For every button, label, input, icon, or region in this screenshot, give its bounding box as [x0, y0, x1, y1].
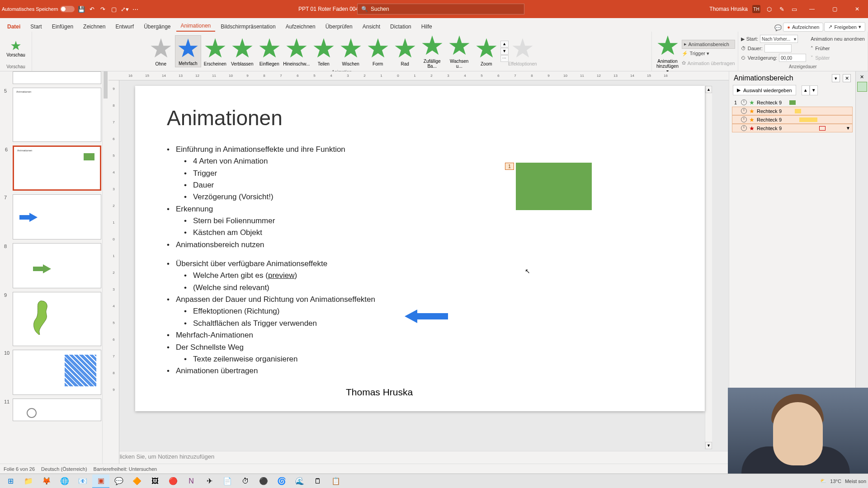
thumb-8[interactable]: 8: [13, 243, 101, 288]
tab-file[interactable]: Datei: [3, 22, 25, 32]
thumb-11[interactable]: 11: [13, 399, 101, 421]
anim-split[interactable]: Teilen: [311, 35, 337, 67]
vlc-icon[interactable]: 🔶: [128, 474, 146, 488]
tab-animations[interactable]: Animationen: [176, 21, 216, 32]
thumb-scrollbar[interactable]: [102, 71, 108, 464]
thumb-6[interactable]: 6Animationen: [13, 145, 101, 191]
move-up-icon[interactable]: ▲: [802, 85, 810, 95]
tab-dictation[interactable]: Dictation: [386, 22, 416, 32]
weather-icon[interactable]: ⛅: [820, 478, 826, 484]
play-selection-button[interactable]: ▶ Auswahl wiedergeben: [733, 85, 796, 95]
cloud-icon[interactable]: ⬡: [765, 5, 773, 13]
thumb-9[interactable]: 9: [13, 292, 101, 346]
record-button[interactable]: ●Aufzeichnen: [783, 23, 823, 32]
autosave-toggle[interactable]: Automatisches Speichern: [2, 6, 75, 12]
anim-item-2[interactable]: Rechteck 9: [732, 107, 853, 115]
tab-view[interactable]: Ansicht: [358, 22, 385, 32]
anim-floatin[interactable]: Hineinschw...: [283, 35, 310, 67]
toggle-switch[interactable]: [60, 6, 75, 12]
tab-review[interactable]: Überprüfen: [321, 22, 357, 32]
tab-design[interactable]: Entwurf: [111, 22, 138, 32]
pane-dropdown-icon[interactable]: ▾: [832, 74, 840, 82]
telegram-icon[interactable]: ✈: [201, 474, 218, 488]
onenote-icon[interactable]: N: [183, 474, 200, 488]
item-dropdown-icon[interactable]: ▼: [846, 126, 850, 131]
undo-icon[interactable]: ↶: [88, 5, 96, 13]
preview-button[interactable]: Vorschau: [3, 39, 29, 58]
thumb-partial[interactable]: [13, 71, 101, 84]
qat-more-icon[interactable]: ⋯: [132, 5, 140, 13]
anim-flyin[interactable]: Einfliegen: [256, 35, 283, 67]
window-icon[interactable]: ▭: [790, 5, 798, 13]
delay-input[interactable]: 00,00: [779, 54, 806, 62]
app-icon[interactable]: 🗒: [309, 474, 326, 488]
username-label[interactable]: Thomas Hruska: [709, 6, 748, 12]
slide-counter[interactable]: Folie 6 von 26: [4, 466, 35, 472]
start-dropdown[interactable]: Nach Vorher...▾: [760, 35, 798, 43]
notes-placeholder[interactable]: Klicken Sie, um Notizen hinzuzufügen: [108, 451, 729, 464]
anim-multiple[interactable]: Mehrfach: [175, 35, 201, 67]
canvas-vscroll[interactable]: ▲▼: [705, 86, 712, 449]
touch-icon[interactable]: ⤢▾: [121, 5, 129, 13]
pane-close-icon[interactable]: ✕: [843, 74, 851, 82]
app-icon[interactable]: 📄: [219, 474, 236, 488]
anim-zoom[interactable]: Zoom: [473, 35, 500, 67]
tab-transitions[interactable]: Übergänge: [139, 22, 175, 32]
close-button[interactable]: ✕: [848, 0, 866, 18]
anim-fade[interactable]: Verblassen: [229, 35, 255, 67]
side-tab-close-icon[interactable]: ✕: [860, 74, 864, 80]
pen-icon[interactable]: ✎: [778, 5, 786, 13]
app-icon[interactable]: ⏱: [237, 474, 254, 488]
move-earlier-button[interactable]: ˄ Früher: [811, 44, 865, 53]
edge-icon[interactable]: 🌊: [291, 474, 308, 488]
anim-wipe[interactable]: Wischen: [338, 35, 364, 67]
search-input[interactable]: 🔍 Suchen: [357, 4, 524, 14]
anim-shape[interactable]: Form: [365, 35, 391, 67]
tab-record[interactable]: Aufzeichnen: [281, 22, 320, 32]
user-avatar[interactable]: TH: [752, 5, 760, 13]
save-icon[interactable]: 💾: [77, 5, 85, 13]
thumb-10[interactable]: 10: [13, 350, 101, 395]
tab-start[interactable]: Start: [26, 22, 46, 32]
anim-randombars[interactable]: Zufällige Ba...: [419, 33, 445, 70]
start-menu-icon[interactable]: ⊞: [2, 474, 19, 488]
anim-item-3[interactable]: Rechteck 9: [732, 115, 853, 124]
tab-slideshow[interactable]: Bildschirmpräsentation: [216, 22, 280, 32]
explorer-icon[interactable]: 📁: [20, 474, 37, 488]
outlook-icon[interactable]: 📧: [74, 474, 91, 488]
trigger-button[interactable]: ⚡ Trigger ▾: [682, 49, 735, 58]
language-label[interactable]: Deutsch (Österreich): [41, 466, 87, 472]
blue-arrow-shape[interactable]: [405, 310, 448, 323]
comments-icon[interactable]: 💬: [774, 23, 782, 32]
green-rectangle-shape[interactable]: [516, 163, 592, 210]
app-icon[interactable]: 📋: [327, 474, 344, 488]
accessibility-label[interactable]: Barrierefreiheit: Untersuchen: [94, 466, 157, 472]
animation-number-tag[interactable]: 1: [505, 163, 514, 170]
anim-none[interactable]: Ohne: [148, 35, 174, 67]
gallery-scroll[interactable]: ▲▼⋯: [500, 41, 509, 62]
anim-item-1[interactable]: 1Rechteck 9: [732, 98, 853, 107]
tab-help[interactable]: Hilfe: [417, 22, 437, 32]
slide[interactable]: Animationen Einführung in Animationseffe…: [135, 86, 705, 411]
app-icon[interactable]: 💬: [110, 474, 127, 488]
minimize-button[interactable]: —: [803, 0, 821, 18]
redo-icon[interactable]: ↷: [99, 5, 107, 13]
side-tab-animpane[interactable]: [857, 82, 867, 92]
add-animation-button[interactable]: Animation hinzufügen ▾: [655, 33, 681, 75]
obs-icon[interactable]: ⚫: [255, 474, 272, 488]
animation-pane-button[interactable]: ▸ Animationsbereich: [682, 40, 735, 49]
maximize-button[interactable]: ▢: [826, 0, 844, 18]
duration-input[interactable]: [764, 44, 792, 52]
move-down-icon[interactable]: ▼: [810, 85, 818, 95]
thumb-7[interactable]: 7: [13, 194, 101, 239]
anim-item-4[interactable]: Rechteck 9▼: [732, 124, 853, 132]
thumb-5[interactable]: 5Animationen: [13, 88, 101, 142]
firefox-icon[interactable]: 🦊: [38, 474, 55, 488]
app-icon[interactable]: 🖼: [146, 474, 164, 488]
preview-link[interactable]: preview: [268, 271, 295, 280]
anim-grow[interactable]: Wachsen u...: [446, 33, 472, 70]
slideshow-icon[interactable]: ▢: [110, 5, 118, 13]
app-icon[interactable]: 🔴: [165, 474, 182, 488]
anim-wheel[interactable]: Rad: [392, 35, 418, 67]
share-button[interactable]: ↗Freigeben▾: [824, 22, 865, 32]
